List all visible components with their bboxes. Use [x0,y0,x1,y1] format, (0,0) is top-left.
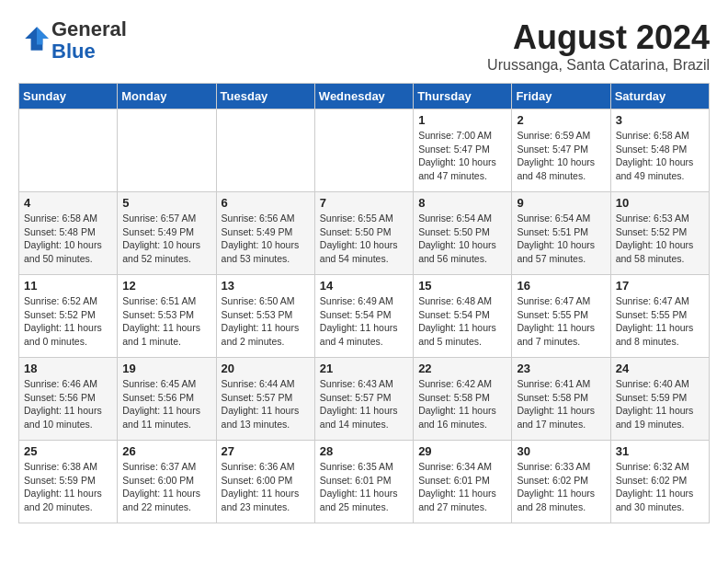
day-number: 7 [320,196,408,210]
calendar-cell: 26Sunrise: 6:37 AMSunset: 6:00 PMDayligh… [118,441,216,523]
day-info: Sunrise: 7:00 AMSunset: 5:47 PMDaylight:… [418,129,506,183]
day-info: Sunrise: 6:53 AMSunset: 5:52 PMDaylight:… [616,212,704,266]
calendar-cell: 8Sunrise: 6:54 AMSunset: 5:50 PMDaylight… [414,192,512,275]
day-info: Sunrise: 6:41 AMSunset: 5:58 PMDaylight:… [517,377,605,431]
day-info: Sunrise: 6:40 AMSunset: 5:59 PMDaylight:… [616,377,704,431]
day-info: Sunrise: 6:33 AMSunset: 6:02 PMDaylight:… [517,460,605,514]
calendar-cell: 30Sunrise: 6:33 AMSunset: 6:02 PMDayligh… [512,441,610,523]
day-number: 21 [320,362,408,375]
calendar-cell: 10Sunrise: 6:53 AMSunset: 5:52 PMDayligh… [610,192,709,275]
calendar-cell [19,109,118,192]
day-number: 25 [24,444,112,458]
day-info: Sunrise: 6:50 AMSunset: 5:53 PMDaylight:… [222,294,310,349]
calendar-table: SundayMondayTuesdayWednesdayThursdayFrid… [18,83,710,523]
day-number: 11 [24,279,112,293]
logo-general-text: General [51,17,127,40]
calendar-week-row: 11Sunrise: 6:52 AMSunset: 5:52 PMDayligh… [19,275,710,358]
day-info: Sunrise: 6:36 AMSunset: 6:00 PMDaylight:… [222,460,310,514]
day-info: Sunrise: 6:54 AMSunset: 5:50 PMDaylight:… [418,212,506,266]
weekday-header-friday: Friday [512,84,610,109]
weekday-header-saturday: Saturday [610,84,709,109]
calendar-cell: 20Sunrise: 6:44 AMSunset: 5:57 PMDayligh… [216,358,314,441]
day-info: Sunrise: 6:42 AMSunset: 5:58 PMDaylight:… [418,377,506,431]
day-info: Sunrise: 6:48 AMSunset: 5:54 PMDaylight:… [418,294,506,349]
day-info: Sunrise: 6:35 AMSunset: 6:01 PMDaylight:… [320,460,408,514]
day-number: 24 [616,362,704,375]
day-info: Sunrise: 6:34 AMSunset: 6:01 PMDaylight:… [418,460,506,514]
calendar-cell [314,109,413,192]
calendar-week-row: 4Sunrise: 6:58 AMSunset: 5:48 PMDaylight… [19,192,710,275]
day-number: 16 [517,279,605,293]
calendar-week-row: 18Sunrise: 6:46 AMSunset: 5:56 PMDayligh… [19,358,710,441]
day-number: 8 [418,196,506,210]
calendar-cell: 19Sunrise: 6:45 AMSunset: 5:56 PMDayligh… [118,358,216,441]
day-number: 10 [616,196,704,210]
day-info: Sunrise: 6:43 AMSunset: 5:57 PMDaylight:… [320,377,408,431]
day-number: 30 [517,444,605,458]
calendar-cell: 17Sunrise: 6:47 AMSunset: 5:55 PMDayligh… [610,275,709,358]
day-info: Sunrise: 6:38 AMSunset: 5:59 PMDaylight:… [24,460,112,514]
day-number: 13 [222,279,310,293]
calendar-cell: 11Sunrise: 6:52 AMSunset: 5:52 PMDayligh… [19,275,118,358]
day-number: 31 [616,444,704,458]
day-info: Sunrise: 6:52 AMSunset: 5:52 PMDaylight:… [24,294,112,349]
day-number: 2 [517,113,605,127]
calendar-week-row: 1Sunrise: 7:00 AMSunset: 5:47 PMDaylight… [19,109,710,192]
day-number: 17 [616,279,704,293]
calendar-cell: 25Sunrise: 6:38 AMSunset: 5:59 PMDayligh… [19,441,118,523]
weekday-header-tuesday: Tuesday [216,84,314,109]
calendar-cell [118,109,216,192]
calendar-cell: 27Sunrise: 6:36 AMSunset: 6:00 PMDayligh… [216,441,314,523]
day-info: Sunrise: 6:57 AMSunset: 5:49 PMDaylight:… [122,212,210,266]
calendar-cell: 6Sunrise: 6:56 AMSunset: 5:49 PMDaylight… [216,192,314,275]
day-number: 4 [24,196,112,210]
calendar-cell: 3Sunrise: 6:58 AMSunset: 5:48 PMDaylight… [610,109,709,192]
calendar-cell: 31Sunrise: 6:32 AMSunset: 6:02 PMDayligh… [610,441,709,523]
day-info: Sunrise: 6:47 AMSunset: 5:55 PMDaylight:… [517,294,605,349]
day-number: 20 [222,362,310,375]
day-number: 19 [122,362,210,375]
calendar-cell: 1Sunrise: 7:00 AMSunset: 5:47 PMDaylight… [414,109,512,192]
weekday-header-wednesday: Wednesday [314,84,413,109]
calendar-cell: 2Sunrise: 6:59 AMSunset: 5:47 PMDaylight… [512,109,610,192]
day-number: 5 [122,196,210,210]
day-info: Sunrise: 6:55 AMSunset: 5:50 PMDaylight:… [320,212,408,266]
calendar-cell: 29Sunrise: 6:34 AMSunset: 6:01 PMDayligh… [414,441,512,523]
day-number: 18 [24,362,112,375]
day-info: Sunrise: 6:47 AMSunset: 5:55 PMDaylight:… [616,294,704,349]
weekday-header-sunday: Sunday [19,84,118,109]
calendar-cell: 28Sunrise: 6:35 AMSunset: 6:01 PMDayligh… [314,441,413,523]
title-area: August 2024 Urussanga, Santa Catarina, B… [487,18,710,74]
page-header: General Blue August 2024 Urussanga, Sant… [18,18,710,74]
calendar-cell: 14Sunrise: 6:49 AMSunset: 5:54 PMDayligh… [314,275,413,358]
day-info: Sunrise: 6:59 AMSunset: 5:47 PMDaylight:… [517,129,605,183]
day-info: Sunrise: 6:51 AMSunset: 5:53 PMDaylight:… [122,294,210,349]
calendar-cell: 4Sunrise: 6:58 AMSunset: 5:48 PMDaylight… [19,192,118,275]
day-number: 15 [418,279,506,293]
day-info: Sunrise: 6:45 AMSunset: 5:56 PMDaylight:… [122,377,210,431]
day-info: Sunrise: 6:58 AMSunset: 5:48 PMDaylight:… [616,129,704,183]
month-title: August 2024 [487,18,710,57]
calendar-cell: 23Sunrise: 6:41 AMSunset: 5:58 PMDayligh… [512,358,610,441]
logo-blue-text: Blue [51,40,96,63]
calendar-cell: 13Sunrise: 6:50 AMSunset: 5:53 PMDayligh… [216,275,314,358]
day-number: 28 [320,444,408,458]
calendar-cell: 15Sunrise: 6:48 AMSunset: 5:54 PMDayligh… [414,275,512,358]
weekday-header-row: SundayMondayTuesdayWednesdayThursdayFrid… [19,84,710,109]
logo-icon [22,24,51,53]
day-info: Sunrise: 6:32 AMSunset: 6:02 PMDaylight:… [616,460,704,514]
calendar-week-row: 25Sunrise: 6:38 AMSunset: 5:59 PMDayligh… [19,441,710,523]
day-number: 29 [418,444,506,458]
day-info: Sunrise: 6:58 AMSunset: 5:48 PMDaylight:… [24,212,112,266]
calendar-cell: 18Sunrise: 6:46 AMSunset: 5:56 PMDayligh… [19,358,118,441]
day-info: Sunrise: 6:49 AMSunset: 5:54 PMDaylight:… [320,294,408,349]
calendar-cell: 22Sunrise: 6:42 AMSunset: 5:58 PMDayligh… [414,358,512,441]
calendar-cell: 7Sunrise: 6:55 AMSunset: 5:50 PMDaylight… [314,192,413,275]
day-number: 3 [616,113,704,127]
svg-marker-1 [37,27,49,44]
logo: General Blue [18,18,127,63]
calendar-cell: 21Sunrise: 6:43 AMSunset: 5:57 PMDayligh… [314,358,413,441]
weekday-header-thursday: Thursday [414,84,512,109]
day-info: Sunrise: 6:56 AMSunset: 5:49 PMDaylight:… [222,212,310,266]
calendar-cell: 9Sunrise: 6:54 AMSunset: 5:51 PMDaylight… [512,192,610,275]
